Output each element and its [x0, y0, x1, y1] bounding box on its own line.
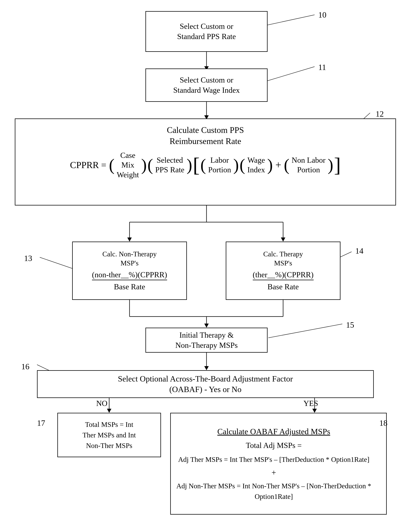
svg-line-27: [268, 324, 342, 338]
yes-label: YES: [303, 399, 318, 408]
box-13: Calc. Non-TherapyMSP's (non-ther__%)(CPP…: [72, 242, 187, 300]
svg-marker-7: [127, 238, 132, 242]
box-14-text: Calc. TherapyMSP's (ther__%)(CPPRR) Base…: [253, 249, 314, 292]
ref-12: 12: [376, 109, 384, 119]
box-17: Total MSPs = IntTher MSPs and IntNon-The…: [57, 413, 161, 457]
box-16-label: Select Optional Across-The-Board Adjustm…: [118, 374, 293, 395]
ref-15: 15: [346, 320, 354, 330]
box-15: Initial Therapy & Non-Therapy MSPs: [145, 328, 268, 353]
box-10-label: Select Custom or Standard PPS Rate: [177, 21, 236, 41]
box-18-text: Calculate OABAF Adjusted MSPs Total Adj …: [171, 422, 377, 505]
box-15-label: Initial Therapy & Non-Therapy MSPs: [175, 330, 238, 350]
no-label: NO: [96, 399, 107, 408]
box-11-label: Select Custom or Standard Wage Index: [173, 75, 240, 95]
ref-13: 13: [24, 254, 32, 263]
diagram-container: Select Custom or Standard PPS Rate 10 Se…: [0, 0, 413, 532]
ref-10: 10: [318, 10, 326, 20]
svg-marker-21: [312, 409, 317, 413]
formula-equation: CPPRR = ( CaseMixWeight ) ( SelectedPPS …: [23, 151, 388, 180]
box-16: Select Optional Across-The-Board Adjustm…: [37, 370, 374, 398]
svg-marker-9: [281, 238, 285, 242]
box-17-text: Total MSPs = IntTher MSPs and IntNon-The…: [81, 418, 138, 453]
box-13-text: Calc. Non-TherapyMSP's (non-ther__%)(CPP…: [92, 249, 167, 292]
box-10: Select Custom or Standard PPS Rate: [145, 11, 268, 52]
ref-14: 14: [355, 246, 363, 256]
box-12: Calculate Custom PPSReimbursement Rate C…: [15, 118, 396, 206]
ref-18: 18: [379, 418, 387, 428]
svg-line-25: [40, 257, 72, 268]
box-18: Calculate OABAF Adjusted MSPs Total Adj …: [170, 413, 387, 515]
box-11: Select Custom or Standard Wage Index: [145, 68, 268, 102]
box-14: Calc. TherapyMSP's (ther__%)(CPPRR) Base…: [226, 242, 340, 300]
svg-marker-13: [204, 323, 209, 328]
svg-marker-19: [107, 409, 111, 413]
ref-16: 16: [21, 362, 29, 371]
ref-11: 11: [318, 63, 326, 72]
ref-17: 17: [37, 418, 45, 428]
formula-title: Calculate Custom PPSReimbursement Rate: [23, 124, 388, 147]
svg-marker-17: [204, 366, 209, 370]
